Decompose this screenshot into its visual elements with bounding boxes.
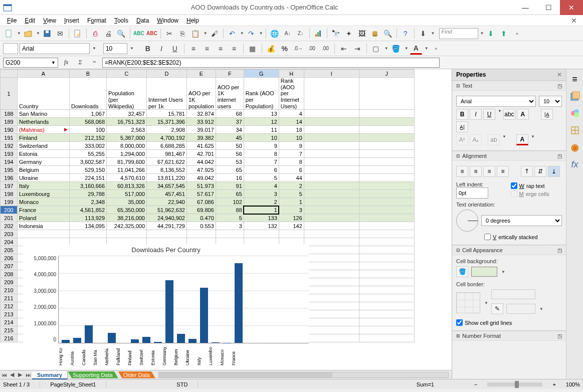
cell[interactable]: 13,811,220	[147, 174, 187, 182]
new-icon[interactable]	[3, 28, 15, 40]
cell[interactable]: 10	[244, 134, 279, 142]
cell[interactable]: Switzerland	[18, 142, 70, 150]
cell[interactable]: 242,325,000	[107, 222, 147, 230]
row-header[interactable]: 200	[1, 206, 18, 214]
cell[interactable]: 67,621,622	[147, 158, 187, 166]
vert-stacked-checkbox[interactable]: Vertically stacked	[484, 234, 562, 240]
function-wizard-icon[interactable]: fx	[60, 58, 72, 68]
sb-strike-icon[interactable]: abc	[503, 109, 515, 120]
cell[interactable]: 142	[279, 222, 304, 230]
row-header[interactable]: 211	[1, 294, 18, 302]
percent-icon[interactable]: %	[279, 43, 291, 55]
cell[interactable]: 6,688,285	[147, 142, 187, 150]
sb-align-left-icon[interactable]: ≡	[456, 166, 468, 177]
preview-icon[interactable]: 🔍	[115, 28, 127, 40]
cell[interactable]: 34	[216, 126, 244, 134]
cell[interactable]: 44,291,729	[147, 222, 187, 230]
cell[interactable]: 69.806	[187, 206, 216, 214]
section-cell-appearance[interactable]: ⊟Cell Appearance◳	[452, 245, 566, 255]
col-header-A[interactable]: A	[18, 70, 70, 78]
cell[interactable]: 100	[70, 126, 107, 134]
align-right-icon[interactable]: ≡	[215, 43, 227, 55]
align-center-icon[interactable]: ≡	[201, 43, 213, 55]
cell[interactable]: 18	[279, 126, 304, 134]
cell[interactable]	[304, 286, 359, 294]
cell[interactable]: 14	[279, 118, 304, 126]
cell[interactable]: 41.625	[187, 142, 216, 150]
col-header-B[interactable]: B	[70, 70, 107, 78]
sidebar-font-name[interactable]: Arial	[456, 96, 536, 107]
cell[interactable]	[359, 334, 414, 342]
cell[interactable]: 4,570,610	[107, 174, 147, 182]
underline-icon[interactable]: U	[169, 43, 181, 55]
cell[interactable]	[107, 230, 147, 238]
bg-color-swatch[interactable]	[471, 267, 497, 277]
cell[interactable]: 134,095	[70, 222, 107, 230]
header-cell[interactable]: Downloads	[70, 78, 107, 110]
cell[interactable]	[304, 238, 359, 246]
cell[interactable]: 5,387,000	[107, 134, 147, 142]
header-cell[interactable]: Rank (AOO per Population)	[244, 78, 279, 110]
cell[interactable]: 8,000,000	[107, 142, 147, 150]
row-header[interactable]: 213	[1, 310, 18, 318]
cell[interactable]	[359, 294, 414, 302]
horizontal-scrollbar[interactable]	[158, 372, 449, 378]
chart[interactable]: Downloads Per Country 5,000,0004,000,000…	[23, 244, 309, 359]
cell[interactable]: Ukraine	[18, 174, 70, 182]
align-justify-icon[interactable]: ≡	[228, 43, 240, 55]
sb-sub-icon[interactable]: Aₐ	[470, 134, 482, 145]
cell[interactable]	[304, 254, 359, 262]
merge-cells-checkbox[interactable]: Merge cells	[511, 190, 562, 197]
cell[interactable]: 37	[216, 118, 244, 126]
cell[interactable]: 3	[279, 206, 304, 214]
cell[interactable]: 10	[279, 134, 304, 142]
row-header[interactable]: 206	[1, 254, 18, 262]
open-icon[interactable]	[22, 28, 34, 40]
sb-align-center-icon[interactable]: ≡	[470, 166, 482, 177]
sb-super-icon[interactable]: Aᵃ	[456, 134, 468, 145]
remove-decimal-icon[interactable]: .00	[306, 43, 318, 55]
left-indent-spinner[interactable]: 0pt	[456, 187, 488, 199]
row-header[interactable]: 209	[1, 278, 18, 286]
sidebar-tab-properties-icon[interactable]: ≡	[569, 73, 581, 85]
zoom-out-icon[interactable]: −	[474, 381, 477, 387]
borders-icon[interactable]: ▢	[370, 43, 382, 55]
cell[interactable]: Netherlands	[18, 118, 70, 126]
cell[interactable]: 42.701	[187, 150, 216, 158]
find-input[interactable]: Find	[439, 28, 478, 39]
sheet-first-icon[interactable]: ⏮	[0, 372, 8, 378]
cell[interactable]	[359, 286, 414, 294]
row-header[interactable]: 191	[1, 134, 18, 142]
cell[interactable]: Estonia	[18, 150, 70, 158]
cell[interactable]: 44.042	[187, 158, 216, 166]
cell[interactable]	[359, 318, 414, 326]
cell[interactable]: 2,563	[107, 126, 147, 134]
cell[interactable]: 2,908	[147, 126, 187, 134]
status-sum[interactable]: Sum=1	[417, 381, 434, 387]
cell[interactable]	[359, 326, 414, 334]
find-icon[interactable]: 🔭	[330, 28, 342, 40]
add-decimal-icon[interactable]: .0→	[292, 43, 304, 55]
border-color-swatch[interactable]	[506, 304, 535, 314]
cell[interactable]	[304, 246, 359, 254]
col-header-G[interactable]: G	[244, 70, 279, 78]
cell[interactable]: 34,657,545	[147, 182, 187, 190]
cell[interactable]: 65	[216, 190, 244, 198]
align-left-icon[interactable]: ≡	[187, 43, 200, 55]
cell[interactable]: 981,467	[147, 150, 187, 158]
cell[interactable]: 212,152	[70, 134, 107, 142]
cell[interactable]: 126	[279, 214, 304, 222]
zoom-icon[interactable]: 🔍	[382, 28, 394, 40]
border-preview[interactable]	[456, 292, 480, 313]
sidebar-tab-gallery-icon[interactable]	[569, 107, 581, 119]
cell[interactable]: 9	[244, 142, 279, 150]
cell[interactable]: 47.925	[187, 166, 216, 174]
show-grid-checkbox[interactable]: Show cell grid lines	[456, 319, 562, 326]
cell[interactable]: 16,751,323	[107, 118, 147, 126]
cell[interactable]: 45	[216, 134, 244, 142]
menu-format[interactable]: Format	[83, 16, 110, 25]
cell[interactable]	[147, 230, 187, 238]
cell[interactable]: 55,255	[70, 150, 107, 158]
cell[interactable]: 88	[216, 206, 244, 214]
fontcolor-icon[interactable]: A	[410, 43, 422, 55]
